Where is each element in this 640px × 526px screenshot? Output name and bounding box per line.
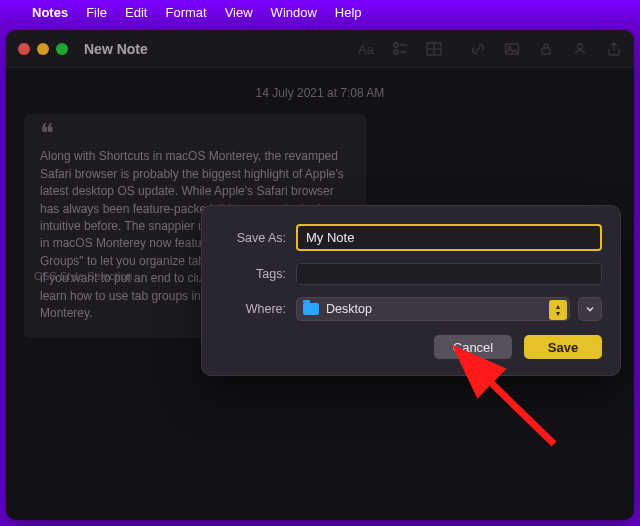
saveas-input[interactable] xyxy=(296,224,602,251)
cancel-button[interactable]: Cancel xyxy=(434,335,512,359)
where-value: Desktop xyxy=(326,302,372,316)
notes-window: New Note Aa xyxy=(6,30,634,520)
menubar-item-format[interactable]: Format xyxy=(165,5,206,20)
folder-icon xyxy=(303,303,319,315)
menubar-item-help[interactable]: Help xyxy=(335,5,362,20)
tags-input[interactable] xyxy=(296,263,602,285)
expand-dialog-button[interactable] xyxy=(578,297,602,321)
where-label: Where: xyxy=(220,302,286,316)
menubar-app-name[interactable]: Notes xyxy=(32,5,68,20)
chevron-down-icon xyxy=(585,304,595,314)
save-dialog: Save As: Tags: Where: Desktop ▲▼ Cancel … xyxy=(201,205,621,376)
where-dropdown[interactable]: Desktop ▲▼ xyxy=(296,297,570,321)
menubar-item-window[interactable]: Window xyxy=(271,5,317,20)
save-button[interactable]: Save xyxy=(524,335,602,359)
tags-label: Tags: xyxy=(220,267,286,281)
dialog-button-row: Cancel Save xyxy=(220,335,602,359)
menubar-item-view[interactable]: View xyxy=(225,5,253,20)
up-down-icon[interactable]: ▲▼ xyxy=(549,300,567,320)
menubar-item-edit[interactable]: Edit xyxy=(125,5,147,20)
saveas-label: Save As: xyxy=(220,231,286,245)
menubar-item-file[interactable]: File xyxy=(86,5,107,20)
system-menubar: Notes File Edit Format View Window Help xyxy=(0,0,640,24)
